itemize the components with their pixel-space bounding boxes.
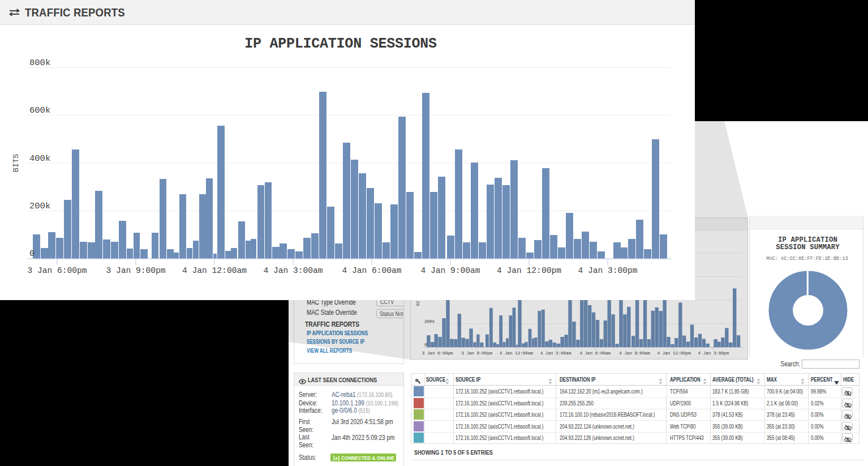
svg-text:4 Jan 9:00am: 4 Jan 9:00am <box>420 266 480 275</box>
svg-text:4 Jan 12:00am: 4 Jan 12:00am <box>182 266 247 275</box>
svg-text:4 Jan 3:00am: 4 Jan 3:00am <box>263 266 323 275</box>
svg-text:3 Jan 9:00pm: 3 Jan 9:00pm <box>106 266 165 275</box>
svg-text:600k: 600k <box>29 105 50 116</box>
svg-text:800k: 800k <box>29 58 50 68</box>
svg-text:BITS: BITS <box>12 154 20 172</box>
svg-text:0: 0 <box>29 249 35 259</box>
svg-text:IP APPLICATION SESSIONS: IP APPLICATION SESSIONS <box>244 36 437 52</box>
svg-text:200k: 200k <box>29 201 50 211</box>
svg-text:4 Jan 12:00pm: 4 Jan 12:00pm <box>497 266 561 275</box>
svg-text:400k: 400k <box>29 153 50 164</box>
svg-text:3 Jan 6:00pm: 3 Jan 6:00pm <box>27 266 87 275</box>
svg-text:4 Jan 6:00am: 4 Jan 6:00am <box>342 266 401 275</box>
svg-text:4 Jan 3:00pm: 4 Jan 3:00pm <box>578 266 637 275</box>
